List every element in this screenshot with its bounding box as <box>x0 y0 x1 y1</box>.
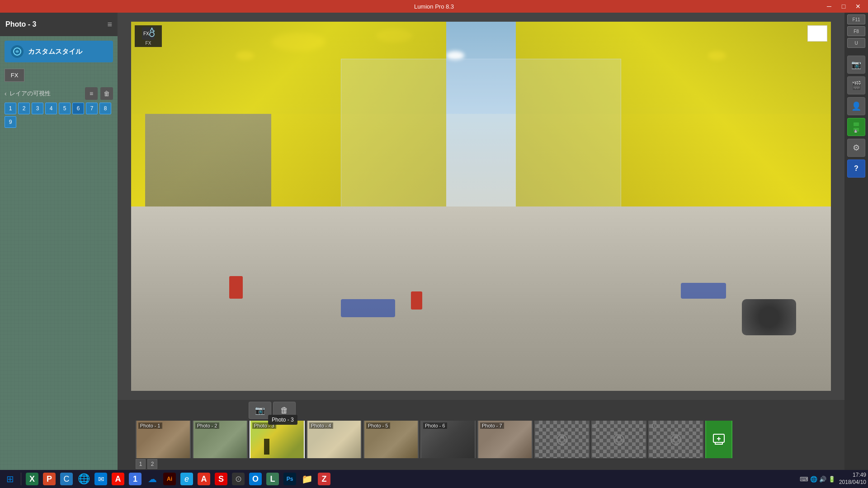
layer-delete-button[interactable]: 🗑 <box>100 87 113 100</box>
zbrush-icon: Z <box>318 473 330 485</box>
taskbar-chrome[interactable]: 🌐 <box>75 471 92 487</box>
photo-thumb-9[interactable]: 9 <box>591 421 646 458</box>
save-button[interactable]: 💾 <box>847 118 865 136</box>
layer-1-button[interactable]: 1 <box>5 103 16 114</box>
taskbar-zbrush[interactable]: Z <box>316 471 332 487</box>
layer-7-button[interactable]: 7 <box>86 103 98 114</box>
taskbar-ie[interactable]: e <box>179 471 195 487</box>
photo-thumb-4[interactable]: Photo - 4 <box>307 421 362 458</box>
layer-numbers: 123456789 <box>5 103 113 128</box>
photo-thumb-8[interactable]: 8 <box>534 421 590 458</box>
taskbar-excel[interactable]: X <box>24 471 40 487</box>
close-button[interactable]: ✕ <box>852 1 864 11</box>
right-sidebar: F11 F8 U 📷 🎬 👤 💾 ⚙ ? <box>844 13 868 470</box>
ie-icon: e <box>180 473 193 485</box>
layer-back-button[interactable]: ‹ <box>5 90 7 97</box>
page-1-button[interactable]: 1 <box>136 459 146 469</box>
f8-key[interactable]: F8 <box>847 26 865 36</box>
taskbar-onedrive[interactable]: ☁ <box>144 471 160 487</box>
taskbar-outlook[interactable]: O <box>247 471 264 487</box>
clock-date: 2018/04/10 <box>839 479 866 486</box>
taskbar-illustrator[interactable]: Ai <box>161 471 178 487</box>
add-photo-button[interactable] <box>705 421 732 458</box>
panel-title: Photo - 3 <box>5 20 36 28</box>
capture-button[interactable]: 📷 <box>249 402 271 419</box>
photoshop-icon: Ps <box>283 473 296 485</box>
app2-icon: ⊙ <box>232 473 245 485</box>
u-key[interactable]: U <box>847 38 865 48</box>
photo-thumb-10[interactable]: 10 <box>648 421 703 458</box>
layer-section: ‹ レイアの可視性 ≡ 🗑 123456789 <box>5 87 113 128</box>
chrome-icon: 🌐 <box>77 473 90 485</box>
photo-thumb-5[interactable]: Photo - 5 <box>363 421 419 458</box>
photo-thumb-label-3: Photo - 3 <box>252 422 276 429</box>
render-scene: FX FX <box>131 22 831 391</box>
f11-key[interactable]: F11 <box>847 14 865 24</box>
svg-rect-14 <box>715 442 722 444</box>
taskbar-camtasia[interactable]: C <box>58 471 75 487</box>
svg-rect-16 <box>854 122 859 126</box>
viewport: FX FX <box>131 22 831 391</box>
svg-point-8 <box>617 437 621 442</box>
photo-thumb-3[interactable]: Photo - 3 <box>250 421 305 458</box>
panel-menu-icon[interactable]: ≡ <box>107 20 112 29</box>
taskbar-lumion[interactable]: L <box>264 471 281 487</box>
page-2-button[interactable]: 2 <box>147 459 157 469</box>
main-layout: Photo - 3 ≡ カスタムスタイル FX ‹ レイアの可視性 ≡ <box>0 13 868 470</box>
custom-style-button[interactable]: カスタムスタイル <box>5 41 113 62</box>
excel-icon: X <box>26 473 38 485</box>
svg-rect-12 <box>674 436 678 437</box>
photo-thumb-label-7: Photo - 7 <box>480 422 504 429</box>
taskbar-snagit[interactable]: S <box>213 471 229 487</box>
layer-header-icons: ≡ 🗑 <box>85 87 113 100</box>
layer-9-button[interactable]: 9 <box>5 116 16 128</box>
onedrive-icon: ☁ <box>146 473 159 485</box>
svg-rect-9 <box>617 436 621 437</box>
camera-mode-button[interactable]: 📷 <box>847 56 865 74</box>
taskbar-app2[interactable]: ⊙ <box>230 471 246 487</box>
camtasia-icon: C <box>60 473 73 485</box>
layer-5-button[interactable]: 5 <box>59 103 71 114</box>
titlebar: Lumion Pro 8.3 ─ □ ✕ <box>0 0 868 13</box>
help-button[interactable]: ? <box>847 160 865 178</box>
custom-style-label: カスタムスタイル <box>28 47 82 56</box>
taskbar-clock: 17:49 2018/04/10 <box>839 472 866 486</box>
video-mode-button[interactable]: 🎬 <box>847 76 865 94</box>
photo-thumb-7[interactable]: Photo - 7 <box>477 421 533 458</box>
taskbar-mail[interactable]: ✉ <box>93 471 109 487</box>
lumion-icon: L <box>266 473 279 485</box>
layer-8-button[interactable]: 8 <box>99 103 111 114</box>
layer-menu-button[interactable]: ≡ <box>85 87 98 100</box>
taskbar: ⊞ X P C 🌐 ✉ A 1 ☁ Ai e A S ⊙ O L Ps <box>0 470 868 488</box>
character-button[interactable]: 👤 <box>847 97 865 115</box>
fx-overlay-button[interactable]: FX FX <box>135 25 162 47</box>
layer-2-button[interactable]: 2 <box>18 103 30 114</box>
taskbar-photoshop[interactable]: Ps <box>282 471 298 487</box>
taskbar-powerpoint[interactable]: P <box>41 471 57 487</box>
maximize-button[interactable]: □ <box>837 1 850 11</box>
page-nav: 1 2 <box>118 458 844 470</box>
onepassword-icon: 1 <box>129 473 142 485</box>
minimize-button[interactable]: ─ <box>823 1 835 11</box>
start-button[interactable]: ⊞ <box>2 471 18 487</box>
titlebar-controls: ─ □ ✕ <box>823 1 864 11</box>
taskbar-adobe[interactable]: A <box>110 471 126 487</box>
svg-point-7 <box>614 435 624 445</box>
taskbar-explorer[interactable]: 📁 <box>299 471 315 487</box>
outlook-icon: O <box>249 473 262 485</box>
windows-icon: ⊞ <box>4 473 16 485</box>
panel-header: Photo - 3 ≡ <box>0 13 118 36</box>
taskbar-acrobat[interactable]: A <box>196 471 212 487</box>
fx-button[interactable]: FX <box>5 69 24 82</box>
taskbar-1password[interactable]: 1 <box>127 471 143 487</box>
photo-thumb-6[interactable]: Photo - 6 <box>420 421 476 458</box>
layer-4-button[interactable]: 4 <box>45 103 57 114</box>
svg-rect-6 <box>560 436 564 437</box>
photo-thumb-1[interactable]: Photo - 1 <box>136 421 191 458</box>
layer-6-button[interactable]: 6 <box>72 103 84 114</box>
settings-button[interactable]: ⚙ <box>847 139 865 157</box>
delete-capture-button[interactable]: 🗑 <box>273 402 296 419</box>
layer-3-button[interactable]: 3 <box>32 103 43 114</box>
photo-thumb-2[interactable]: Photo - 2 <box>193 421 248 458</box>
viewport-area: FX FX 📷 🗑 Photo - 1Photo - 2 <box>118 13 844 470</box>
